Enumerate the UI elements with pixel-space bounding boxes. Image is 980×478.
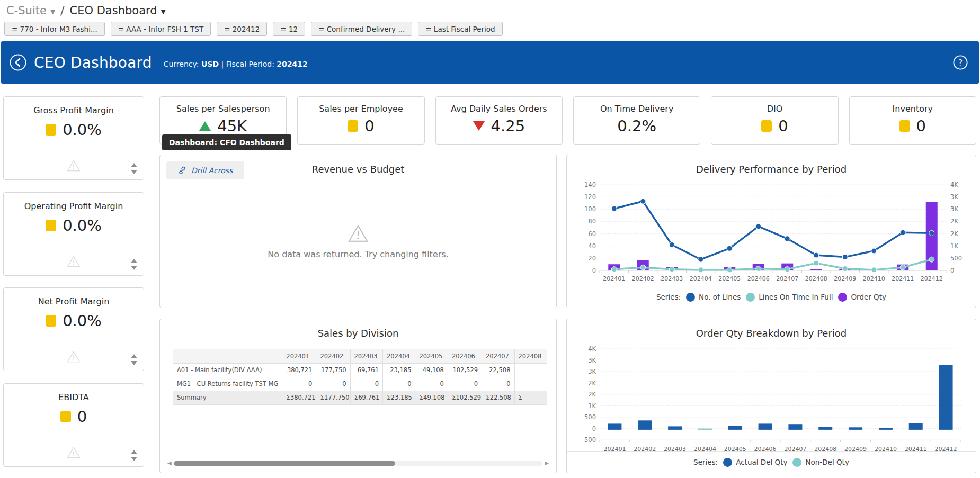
- legend-item-label: Non-Del Qty: [805, 458, 849, 466]
- kpi-card[interactable]: Gross Profit Margin0.0%: [3, 96, 144, 180]
- fiscal-period-label: Fiscal Period:: [226, 60, 274, 68]
- stepper-up-icon[interactable]: [131, 163, 137, 167]
- filter-chip[interactable]: = Confirmed Delivery ...: [311, 22, 412, 36]
- warning-icon: [67, 446, 81, 461]
- kpi-title: DIO: [711, 97, 838, 114]
- chevron-down-icon: ▼: [50, 8, 55, 15]
- order-qty-breakdown-chart: 4K3K3K2K2K1K5000-50020240120240220240320…: [575, 345, 968, 458]
- kpi-value-row: 0: [298, 117, 424, 135]
- kpi-stepper[interactable]: [131, 163, 137, 174]
- kpi-stepper[interactable]: [131, 450, 137, 461]
- filter-chip[interactable]: = AAA - Infor FSH 1 TST: [111, 22, 211, 36]
- kpi-value-row: 4.25: [436, 117, 562, 135]
- svg-text:202409: 202409: [834, 275, 856, 282]
- legend-item[interactable]: No. of Lines: [686, 293, 741, 302]
- stepper-up-icon[interactable]: [131, 354, 137, 358]
- scrollbar-track[interactable]: [174, 461, 543, 466]
- summary-cell: Σ102,529: [448, 391, 482, 404]
- table-horizontal-scrollbar[interactable]: ◀ ▶: [167, 460, 549, 466]
- status-square-icon: [46, 315, 56, 327]
- stepper-down-icon[interactable]: [131, 457, 137, 461]
- table-column-header: 202407: [482, 349, 514, 363]
- status-square-icon: [46, 220, 56, 231]
- drill-across-button[interactable]: Drill Across: [166, 161, 244, 179]
- svg-text:202408: 202408: [805, 275, 827, 282]
- legend-item-label: Order Qty: [851, 293, 886, 301]
- breadcrumb: C-Suite ▼ / CEO Dashboard ▼: [6, 2, 166, 19]
- warning-icon: [67, 255, 81, 270]
- sales-by-division-panel: Sales by Division 2024012024022024032024…: [159, 319, 557, 473]
- kpi-card[interactable]: EBIDTA0: [3, 383, 144, 467]
- revenue-vs-budget-panel: Drill Across Revenue vs Budget No data w…: [159, 155, 557, 308]
- status-square-icon: [348, 120, 358, 132]
- kpi-value: 0: [77, 408, 87, 426]
- kpi-footer: [4, 444, 144, 462]
- svg-text:202404: 202404: [690, 275, 712, 282]
- kpi-card[interactable]: Avg Daily Sales Orders4.25: [435, 96, 563, 145]
- sigma-icon: Σ: [354, 394, 359, 401]
- filter-chip[interactable]: = 202412: [217, 22, 267, 36]
- legend-item[interactable]: Actual Del Qty: [723, 458, 787, 467]
- kpi-stepper[interactable]: [131, 259, 137, 270]
- sigma-icon: Σ: [419, 394, 423, 401]
- scrollbar-thumb[interactable]: [174, 461, 395, 466]
- back-button[interactable]: [10, 54, 26, 71]
- warning-icon: [348, 224, 369, 243]
- svg-text:?: ?: [958, 58, 963, 68]
- stepper-down-icon[interactable]: [131, 266, 137, 270]
- table-cell: 0: [482, 377, 514, 391]
- summary-label: Summary: [173, 391, 282, 404]
- summary-cell: Σ: [514, 391, 547, 404]
- panel-title: Order Qty Breakdown by Period: [567, 319, 976, 339]
- currency-label: Currency:: [164, 60, 199, 68]
- kpi-value: 0: [364, 117, 374, 135]
- kpi-stepper[interactable]: [131, 354, 137, 365]
- kpi-card[interactable]: Net Profit Margin0.0%: [3, 287, 144, 371]
- delivery-performance-chart: 1404K1203K1003K802K602K401K2050000202401…: [575, 181, 968, 287]
- legend-item[interactable]: Order Qty: [838, 293, 886, 302]
- stepper-up-icon[interactable]: [131, 450, 137, 454]
- svg-text:202403: 202403: [661, 275, 683, 282]
- kpi-title: Avg Daily Sales Orders: [436, 97, 562, 114]
- legend-item-label: Lines On Time In Full: [759, 293, 833, 301]
- kpi-value: 0: [778, 117, 788, 135]
- legend-dot-icon: [792, 458, 801, 467]
- summary-cell: Σ49,108: [415, 391, 448, 404]
- table-cell: 177,750: [316, 363, 350, 377]
- filter-chip[interactable]: = 12: [273, 22, 305, 36]
- kpi-value-row: 0.2%: [574, 117, 700, 135]
- legend-item[interactable]: Lines On Time In Full: [746, 293, 833, 302]
- help-button[interactable]: ?: [952, 55, 968, 70]
- legend-item[interactable]: Non-Del Qty: [792, 458, 849, 467]
- svg-text:3K: 3K: [588, 368, 596, 375]
- kpi-card[interactable]: Inventory0: [849, 96, 976, 145]
- table-cell: 0: [415, 377, 448, 391]
- trend-down-icon: [473, 121, 485, 131]
- svg-text:0: 0: [592, 267, 596, 274]
- scroll-right-icon[interactable]: ▶: [545, 461, 549, 466]
- kpi-card[interactable]: Operating Profit Margin0.0%: [3, 192, 144, 276]
- breadcrumb-page-label: CEO Dashboard: [70, 4, 157, 17]
- stepper-down-icon[interactable]: [131, 361, 137, 365]
- banner-meta: Currency: USD | Fiscal Period: 202412: [164, 60, 308, 68]
- kpi-card[interactable]: Sales per Employee0: [297, 96, 424, 145]
- kpi-title: Inventory: [850, 97, 976, 114]
- filter-chip[interactable]: = Last Fiscal Period: [418, 22, 502, 36]
- svg-text:3K: 3K: [588, 357, 596, 364]
- scroll-left-icon[interactable]: ◀: [167, 461, 172, 466]
- kpi-value: 0.2%: [617, 117, 656, 135]
- kpi-card[interactable]: DIO0: [711, 96, 838, 145]
- svg-text:3K: 3K: [950, 193, 958, 201]
- svg-text:1K: 1K: [588, 402, 596, 410]
- breadcrumb-page-dropdown[interactable]: CEO Dashboard ▼: [70, 4, 166, 17]
- stepper-down-icon[interactable]: [131, 170, 137, 174]
- breadcrumb-section-dropdown[interactable]: C-Suite ▼: [6, 4, 55, 17]
- table-column-header: 202408: [514, 349, 547, 363]
- filter-chip[interactable]: = 770 - Infor M3 Fashi...: [4, 22, 105, 36]
- table-column-header: 202404: [383, 349, 415, 363]
- panel-title: Delivery Performance by Period: [567, 155, 976, 175]
- kpi-card[interactable]: On Time Delivery0.2%: [573, 96, 700, 145]
- warning-icon: [67, 159, 81, 174]
- stepper-up-icon[interactable]: [131, 259, 137, 263]
- table-cell: 0: [383, 377, 415, 391]
